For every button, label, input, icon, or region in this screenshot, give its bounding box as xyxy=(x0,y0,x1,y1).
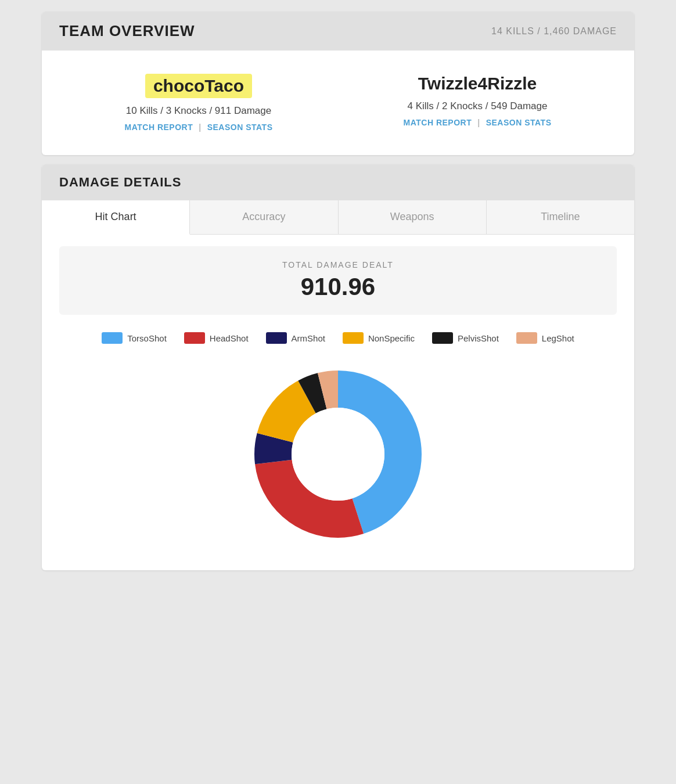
damage-details-title: DAMAGE DETAILS xyxy=(59,175,181,189)
legend-item-torso: TorsoShot xyxy=(102,332,167,344)
player-2-kda: 4 Kills / 2 Knocks / 549 Damage xyxy=(338,100,617,112)
team-overview-stats: 14 KILLS / 1,460 DAMAGE xyxy=(491,26,617,37)
tab-timeline[interactable]: Timeline xyxy=(487,200,634,234)
donut-hole xyxy=(292,408,384,501)
total-damage-box: TOTAL DAMAGE DEALT 910.96 xyxy=(59,246,617,315)
legend-swatch-leg xyxy=(516,332,537,344)
player-2-match-report[interactable]: MATCH REPORT xyxy=(404,118,472,127)
chart-area: TOTAL DAMAGE DEALT 910.96 TorsoShot Head… xyxy=(42,235,634,570)
player-1-kda: 10 Kills / 3 Knocks / 911 Damage xyxy=(59,105,338,117)
player-block-1: chocoTaco 10 Kills / 3 Knocks / 911 Dama… xyxy=(59,74,338,132)
player-2-links: MATCH REPORT | SEASON STATS xyxy=(338,118,617,127)
legend-label-torso: TorsoShot xyxy=(127,333,167,343)
team-overview-header: TEAM OVERVIEW 14 KILLS / 1,460 DAMAGE xyxy=(42,12,634,51)
legend-label-nonspecific: NonSpecific xyxy=(368,333,415,343)
damage-details-card: DAMAGE DETAILS Hit Chart Accuracy Weapon… xyxy=(42,164,634,570)
legend-label-head: HeadShot xyxy=(210,333,249,343)
tab-weapons[interactable]: Weapons xyxy=(339,200,487,234)
tabs-container: Hit Chart Accuracy Weapons Timeline xyxy=(42,200,634,235)
total-damage-value: 910.96 xyxy=(73,273,603,301)
tab-accuracy[interactable]: Accuracy xyxy=(190,200,338,234)
legend-label-arm: ArmShot xyxy=(292,333,325,343)
player-2-name: Twizzle4Rizzle xyxy=(418,74,537,93)
legend-item-arm: ArmShot xyxy=(266,332,325,344)
legend: TorsoShot HeadShot ArmShot NonSpecific P… xyxy=(59,332,617,344)
player-block-2: Twizzle4Rizzle 4 Kills / 2 Knocks / 549 … xyxy=(338,74,617,127)
donut-chart-wrapper xyxy=(59,361,617,547)
legend-swatch-arm xyxy=(266,332,287,344)
legend-swatch-nonspecific xyxy=(343,332,364,344)
legend-item-pelvis: PelvisShot xyxy=(432,332,499,344)
player-2-season-stats[interactable]: SEASON STATS xyxy=(486,118,552,127)
divider-1: | xyxy=(199,123,201,132)
total-damage-label: TOTAL DAMAGE DEALT xyxy=(73,260,603,269)
player-1-season-stats[interactable]: SEASON STATS xyxy=(207,123,273,132)
player-1-match-report[interactable]: MATCH REPORT xyxy=(125,123,193,132)
legend-item-nonspecific: NonSpecific xyxy=(343,332,415,344)
tab-hit-chart[interactable]: Hit Chart xyxy=(42,200,190,235)
legend-item-head: HeadShot xyxy=(184,332,249,344)
legend-label-leg: LegShot xyxy=(542,333,574,343)
player-1-name: chocoTaco xyxy=(145,74,252,98)
donut-chart xyxy=(245,361,431,547)
team-overview-title: TEAM OVERVIEW xyxy=(59,22,195,40)
legend-label-pelvis: PelvisShot xyxy=(458,333,499,343)
legend-item-leg: LegShot xyxy=(516,332,574,344)
damage-details-header: DAMAGE DETAILS xyxy=(42,164,634,200)
main-container: TEAM OVERVIEW 14 KILLS / 1,460 DAMAGE ch… xyxy=(42,12,634,570)
legend-swatch-pelvis xyxy=(432,332,453,344)
team-overview-card: TEAM OVERVIEW 14 KILLS / 1,460 DAMAGE ch… xyxy=(42,12,634,155)
player-1-links: MATCH REPORT | SEASON STATS xyxy=(59,123,338,132)
team-overview-body: chocoTaco 10 Kills / 3 Knocks / 911 Dama… xyxy=(42,51,634,155)
legend-swatch-torso xyxy=(102,332,123,344)
legend-swatch-head xyxy=(184,332,205,344)
divider-2: | xyxy=(477,118,480,127)
